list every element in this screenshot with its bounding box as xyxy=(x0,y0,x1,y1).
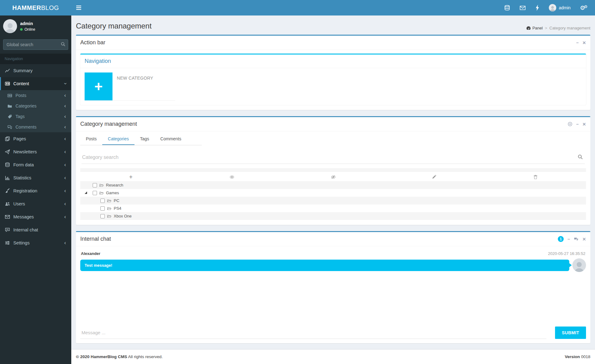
chevron-down-icon: ‹ xyxy=(64,82,67,85)
sidebar-item-label: Posts xyxy=(15,93,60,98)
dashboard-icon xyxy=(526,26,531,30)
sidebar-item-summary[interactable]: Summary xyxy=(0,64,71,77)
search-icon[interactable] xyxy=(578,154,583,160)
database-nav-button[interactable] xyxy=(500,0,514,15)
sidebar-item-label: Tags xyxy=(15,114,60,119)
tab-posts[interactable]: Posts xyxy=(80,133,102,145)
tree-row-pc[interactable]: PC xyxy=(80,197,586,204)
user-avatar-small xyxy=(549,4,556,11)
navbar-user-label: admin xyxy=(559,5,571,10)
submit-button[interactable]: SUBMIT xyxy=(555,327,586,339)
hide-button[interactable] xyxy=(283,174,384,180)
sidebar-item-registration[interactable]: Registration ‹ xyxy=(0,184,71,197)
sidebar: HAMMERBLOG admin Online Navigation Summa… xyxy=(0,0,71,364)
sidebar-item-posts[interactable]: Posts ‹ xyxy=(0,90,71,101)
sidebar-menu: Summary Content ‹ Posts ‹ Categori xyxy=(0,64,71,249)
collapse-caret-icon[interactable] xyxy=(85,191,87,194)
collapse-icon[interactable]: − xyxy=(567,237,570,241)
eye-slash-icon xyxy=(331,175,336,179)
sidebar-item-content[interactable]: Content ‹ Posts ‹ Categories ‹ Tags xyxy=(0,77,71,132)
chevron-left-icon: ‹ xyxy=(64,104,67,107)
chevron-left-icon: ‹ xyxy=(64,115,67,118)
row-checkbox[interactable] xyxy=(100,206,105,211)
breadcrumb-panel-link[interactable]: Panel xyxy=(526,26,543,30)
tab-tags[interactable]: Tags xyxy=(134,133,155,145)
panel-title: Action bar xyxy=(80,39,105,46)
chat-input-row: SUBMIT xyxy=(80,324,586,339)
messages-nav-button[interactable] xyxy=(516,0,530,15)
content-area: Category management Panel > Category man… xyxy=(71,15,595,349)
edit-button[interactable] xyxy=(384,174,485,180)
folder-icon xyxy=(7,104,12,108)
user-avatar xyxy=(3,19,17,33)
close-icon[interactable]: ✕ xyxy=(582,122,586,126)
sidebar-item-pages[interactable]: Pages ‹ xyxy=(0,132,71,145)
sidebar-item-label: Comments xyxy=(15,125,60,129)
paper-plane-icon xyxy=(5,149,10,154)
eye-icon xyxy=(230,175,234,179)
close-icon[interactable]: ✕ xyxy=(582,237,586,241)
message-timestamp: 2020-05-27 16:35:52 xyxy=(548,251,585,256)
tab-bar: Posts Categories Tags Comments xyxy=(80,133,202,145)
chat-message: Test message! xyxy=(80,258,586,272)
tree-row-research[interactable]: Research xyxy=(80,181,586,189)
sidebar-item-comments[interactable]: Comments ‹ xyxy=(0,122,71,132)
version-text: Version 0018 xyxy=(565,354,590,359)
content-submenu: Posts ‹ Categories ‹ Tags ‹ Comments ‹ xyxy=(0,90,71,132)
tab-categories[interactable]: Categories xyxy=(102,133,134,145)
chevron-left-icon: ‹ xyxy=(64,215,67,218)
chevron-left-icon: ‹ xyxy=(64,137,67,140)
activity-nav-button[interactable] xyxy=(531,0,543,15)
pages-icon xyxy=(5,136,10,141)
close-icon[interactable]: ✕ xyxy=(582,41,586,45)
sidebar-toggle-button[interactable] xyxy=(71,0,86,15)
tree-row-xbox-one[interactable]: Xbox One xyxy=(80,212,586,220)
sidebar-item-tags[interactable]: Tags ‹ xyxy=(0,111,71,122)
message-author: Alexander xyxy=(81,251,100,256)
category-search xyxy=(82,151,585,164)
breadcrumb-root-label: Panel xyxy=(532,26,543,30)
sidebar-item-categories[interactable]: Categories ‹ xyxy=(0,101,71,111)
sidebar-item-messages[interactable]: Messages ‹ xyxy=(0,210,71,223)
tree-row-ps4[interactable]: PS4 xyxy=(80,204,586,212)
settings-nav-button[interactable]: ⚙⚙ xyxy=(576,0,591,15)
envelope-icon xyxy=(519,5,526,11)
bar-chart-icon xyxy=(5,175,10,180)
collapse-icon[interactable]: − xyxy=(576,122,579,126)
grid-divider xyxy=(80,168,586,172)
show-button[interactable] xyxy=(181,174,282,180)
collapse-icon[interactable]: − xyxy=(576,41,579,45)
row-checkbox[interactable] xyxy=(100,199,105,203)
tab-comments[interactable]: Comments xyxy=(155,133,187,145)
sidebar-item-users[interactable]: Users ‹ xyxy=(0,197,71,210)
sidebar-item-internal-chat[interactable]: Internal chat xyxy=(0,223,71,236)
sidebar-item-newsletters[interactable]: Newsletters ‹ xyxy=(0,145,71,158)
chat-log: Alexander 2020-05-27 16:35:52 Test messa… xyxy=(76,246,590,343)
chat-users-icon[interactable] xyxy=(574,237,579,241)
chat-message-input[interactable] xyxy=(80,327,546,339)
paint-brush-icon xyxy=(5,188,10,193)
database-icon xyxy=(5,162,10,167)
row-checkbox[interactable] xyxy=(93,183,97,187)
global-search xyxy=(3,39,68,50)
search-icon[interactable] xyxy=(61,42,65,46)
user-menu-button[interactable]: admin xyxy=(545,0,574,15)
sidebar-item-statistics[interactable]: Statistics ‹ xyxy=(0,171,71,184)
global-search-input[interactable] xyxy=(3,39,68,50)
database-icon xyxy=(504,5,510,11)
delete-button[interactable] xyxy=(485,174,586,180)
row-checkbox[interactable] xyxy=(100,214,105,218)
logo-text-rest: BLOG xyxy=(41,4,59,11)
category-search-input[interactable] xyxy=(82,151,585,164)
category-management-panel: Category management − ✕ Posts Categories xyxy=(76,116,590,225)
app-logo[interactable]: HAMMERBLOG xyxy=(0,0,71,15)
tree-row-games[interactable]: Games xyxy=(80,189,586,197)
add-circle-icon[interactable] xyxy=(568,122,572,126)
sidebar-section-label: Navigation xyxy=(0,54,71,64)
new-category-button[interactable]: + NEW CATEGORY xyxy=(85,72,175,101)
row-checkbox[interactable] xyxy=(93,191,97,195)
sidebar-item-form-data[interactable]: Form data ‹ xyxy=(0,158,71,171)
sidebar-item-settings[interactable]: Settings ‹ xyxy=(0,236,71,249)
sliders-icon xyxy=(5,240,10,245)
add-row-button[interactable]: + xyxy=(80,174,181,180)
